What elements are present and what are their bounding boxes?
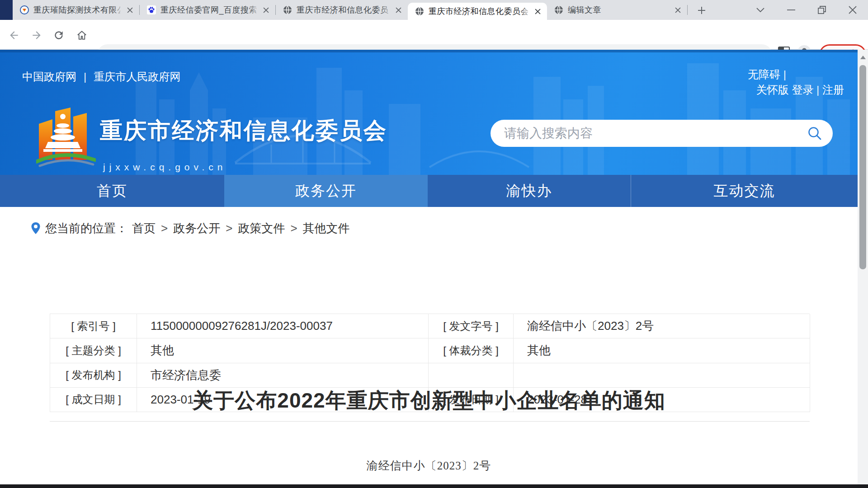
title-divider (50, 421, 810, 422)
scrollbar-up-arrow[interactable] (858, 52, 868, 63)
document-title: 关于公布2022年重庆市创新型中小企业名单的通知 (0, 387, 858, 415)
breadcrumb-other-files[interactable]: 其他文件 (303, 221, 350, 236)
main-nav: 首页 政务公开 渝快办 互动交流 (0, 175, 858, 207)
site-header: 中国政府网 | 重庆市人民政府网 无障碍 | 关怀版 登录 | 注册 (0, 50, 858, 175)
nav-item-yukuaiban[interactable]: 渝快办 (428, 175, 631, 207)
meta-value-empty (514, 363, 810, 388)
care-mode-link[interactable]: 关怀版 (756, 84, 789, 96)
browser-toolbar: jjxxw.cq.gov.cn/zwgk_213/zcwj/qtwj/20230… (0, 20, 868, 50)
browser-window: { "browser": { "tabs": [ { "title": "重庆璀… (0, 0, 868, 488)
location-pin-icon (31, 222, 41, 235)
document-number: 渝经信中小〔2023〕2号 (0, 458, 858, 473)
tab-close-icon[interactable] (673, 5, 683, 15)
login-link[interactable]: 登录 (792, 84, 813, 96)
meta-label-doc-no: [ 发文字号 ] (429, 314, 514, 338)
cq-gov-link[interactable]: 重庆市人民政府网 (94, 70, 180, 84)
meta-label-empty (429, 363, 514, 388)
tab-close-icon[interactable] (261, 5, 271, 15)
site-domain: jjxxw.cq.gov.cn (103, 162, 227, 173)
tab-baidu-search[interactable]: 重庆经信委官网_百度搜索 (140, 0, 275, 20)
article-area: 您当前的位置： 首页 > 政务公开 > 政策文件 > 其他文件 [ 索引号 ] … (0, 207, 858, 484)
tab-close-icon[interactable] (393, 5, 403, 15)
meta-value-doc-no: 渝经信中小〔2023〕2号 (514, 314, 810, 338)
register-link[interactable]: 注册 (822, 84, 844, 96)
accessibility-link[interactable]: 无障碍 (748, 68, 780, 80)
breadcrumb-policy-files[interactable]: 政策文件 (238, 221, 285, 236)
window-frame-corner (0, 0, 13, 20)
tab-jjw-site-1[interactable]: 重庆市经济和信息化委员会 (276, 0, 408, 20)
globe-icon (554, 5, 563, 14)
tab-divider (687, 5, 688, 15)
tab-title: 重庆市经济和信息化委员会 (297, 5, 389, 15)
search-icon[interactable] (807, 125, 823, 141)
breadcrumb-home[interactable]: 首页 (132, 221, 156, 236)
meta-label-issuer: [ 发布机构 ] (50, 363, 137, 388)
web-page: 中国政府网 | 重庆市人民政府网 无障碍 | 关怀版 登录 | 注册 (0, 50, 858, 484)
back-button[interactable] (8, 29, 20, 41)
meta-label-genre: [ 体裁分类 ] (429, 338, 514, 363)
reload-button[interactable] (53, 29, 65, 41)
tab-title: 重庆市经济和信息化委员会 (429, 6, 528, 17)
site-logo (36, 106, 96, 169)
site-name: 重庆市经济和信息化委员会 (100, 116, 387, 146)
china-gov-link[interactable]: 中国政府网 (22, 70, 76, 84)
minimize-button[interactable] (776, 0, 807, 20)
globe-icon (415, 7, 424, 16)
tab-title: 重庆璀陆探测技术有限公司 (33, 5, 120, 15)
restore-button[interactable] (807, 0, 837, 20)
new-tab-button[interactable] (693, 4, 711, 17)
meta-label-index-no: [ 索引号 ] (50, 314, 137, 338)
cuilu-logo-icon (20, 5, 29, 14)
tab-strip: 重庆璀陆探测技术有限公司 重庆经信委官网_百度搜索 (0, 0, 868, 20)
window-controls (745, 0, 868, 20)
nav-item-interaction[interactable]: 互动交流 (631, 175, 858, 207)
tab-cuilu[interactable]: 重庆璀陆探测技术有限公司 (13, 0, 139, 20)
meta-value-subject: 其他 (137, 338, 429, 363)
skyline-watermark (0, 50, 858, 175)
meta-label-subject: [ 主题分类 ] (50, 338, 137, 363)
taskbar-edge (0, 484, 868, 488)
nav-item-home[interactable]: 首页 (0, 175, 224, 207)
tab-close-icon[interactable] (125, 5, 135, 15)
gov-links: 中国政府网 | 重庆市人民政府网 (22, 70, 180, 84)
home-button[interactable] (76, 29, 88, 41)
utility-links: 无障碍 | 关怀版 登录 | 注册 (748, 67, 844, 98)
tab-title: 重庆经信委官网_百度搜索 (160, 5, 256, 15)
page-scrollbar[interactable] (858, 50, 868, 484)
tab-close-icon[interactable] (533, 6, 542, 16)
tab-search-chevron-icon[interactable] (745, 0, 776, 20)
close-window-button[interactable] (837, 0, 868, 20)
breadcrumb-label: 您当前的位置： (45, 221, 127, 236)
meta-value-issuer: 市经济信息委 (137, 363, 429, 388)
meta-value-index-no: 11500000009276281J/2023-00037 (137, 314, 429, 338)
globe-icon (283, 5, 292, 14)
nav-item-gov-affairs[interactable]: 政务公开 (224, 175, 428, 207)
search-box (491, 120, 833, 147)
breadcrumb: 您当前的位置： 首页 > 政务公开 > 政策文件 > 其他文件 (31, 221, 350, 236)
baidu-paw-icon (147, 5, 156, 14)
scrollbar-thumb[interactable] (859, 65, 866, 269)
breadcrumb-gov-affairs[interactable]: 政务公开 (173, 221, 220, 236)
header-top-edge (0, 50, 858, 52)
tab-title: 编辑文章 (568, 5, 668, 15)
search-input[interactable] (504, 126, 807, 141)
meta-value-genre: 其他 (514, 338, 810, 363)
forward-button[interactable] (31, 29, 42, 41)
tab-edit-article[interactable]: 编辑文章 (547, 0, 687, 20)
tab-jjw-site-2-active[interactable]: 重庆市经济和信息化委员会 (408, 3, 547, 20)
